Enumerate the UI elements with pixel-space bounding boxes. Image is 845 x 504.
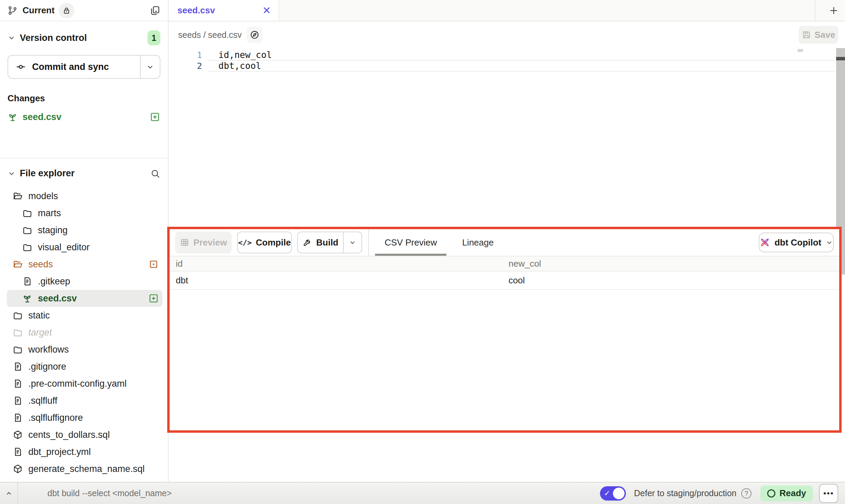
dbt-copilot-button[interactable]: dbt Copilot: [759, 233, 834, 252]
column-header-id: id: [170, 258, 509, 269]
file-type-icon: [22, 276, 33, 287]
tab-seed-csv[interactable]: seed.csv ✕: [169, 0, 279, 21]
version-control-section: Version control 1 Commit and sync Change…: [0, 21, 168, 158]
file-row[interactable]: seeds: [7, 256, 162, 273]
save-floppy-icon: [802, 30, 811, 40]
ready-circle-icon: [767, 489, 775, 498]
folder-icon: [22, 225, 33, 236]
file-type-icon: [12, 463, 23, 474]
table-grid-icon: [180, 238, 189, 247]
new-tab-button[interactable]: [822, 0, 845, 21]
build-button-label: Build: [316, 237, 339, 248]
file-row[interactable]: static: [7, 307, 162, 324]
commit-options-caret[interactable]: [140, 56, 160, 78]
toggle-knob: [613, 488, 625, 499]
file-row[interactable]: cents_to_dollars.sql: [7, 426, 162, 443]
build-options-caret[interactable]: [343, 232, 361, 253]
file-type-icon: [12, 191, 23, 202]
file-name: visual_editor: [38, 242, 90, 253]
editor-scrollbar-thumb[interactable]: [836, 57, 845, 60]
tab-label: seed.csv: [177, 5, 215, 16]
file-icon: [12, 361, 23, 372]
more-options-button[interactable]: •••: [819, 484, 838, 503]
file-name: .gitkeep: [38, 276, 70, 287]
table-row[interactable]: dbt cool: [170, 271, 839, 290]
file-row[interactable]: .pre-commit-config.yaml: [7, 375, 162, 392]
file-type-icon: [12, 429, 23, 440]
search-icon[interactable]: [150, 168, 160, 179]
file-name: dbt_project.yml: [28, 447, 91, 457]
collapse-panel-button[interactable]: [0, 483, 18, 504]
file-name: cents_to_dollars.sql: [28, 430, 110, 440]
save-button[interactable]: Save: [799, 26, 838, 44]
file-name: target: [28, 327, 52, 338]
compile-button[interactable]: </> Compile: [237, 232, 292, 253]
preview-button-label: Preview: [194, 237, 227, 248]
duplicate-docs-icon[interactable]: [149, 5, 160, 16]
minimap: [798, 49, 803, 52]
file-row[interactable]: models: [7, 188, 162, 205]
file-icon: [12, 446, 23, 457]
build-button[interactable]: Build: [298, 232, 343, 253]
file-type-icon: [12, 412, 23, 423]
dbt-ide-app: Current Version control 1: [0, 0, 845, 504]
tab-lineage[interactable]: Lineage: [453, 229, 503, 256]
ready-label: Ready: [779, 488, 806, 499]
file-type-icon: [12, 259, 23, 270]
file-name: seeds: [28, 259, 53, 270]
file-type-icon: [22, 225, 33, 236]
changes-count-badge: 1: [147, 30, 160, 45]
file-name: generate_schema_name.sql: [28, 464, 145, 474]
commit-and-sync-button[interactable]: Commit and sync: [8, 56, 140, 78]
help-icon[interactable]: ?: [741, 488, 751, 499]
file-row[interactable]: .gitkeep: [7, 273, 162, 290]
toolbar-separator: [368, 229, 369, 256]
wrench-icon: [303, 238, 312, 247]
results-toolbar: Preview </> Compile Build: [170, 229, 839, 256]
file-name: marts: [38, 208, 61, 219]
file-row[interactable]: staging: [7, 222, 162, 239]
defer-toggle[interactable]: ✓: [600, 486, 626, 501]
file-row[interactable]: generate_schema_name.sql: [7, 460, 162, 477]
line-number: 2: [169, 61, 204, 71]
file-row[interactable]: .gitignore: [7, 358, 162, 375]
line-text: dbt,cool: [218, 61, 261, 71]
breadcrumb: seeds / seed.csv: [178, 30, 242, 40]
check-icon: ✓: [604, 489, 610, 498]
folder-icon: [12, 310, 23, 321]
table-header-row: id new_col: [170, 256, 839, 271]
file-explorer-header[interactable]: File explorer: [0, 159, 168, 179]
folder-open-icon: [12, 191, 23, 202]
file-row[interactable]: .sqlfluff: [7, 392, 162, 409]
file-row[interactable]: target: [7, 324, 162, 341]
file-name: staging: [38, 225, 68, 236]
chevron-down-icon: [8, 169, 16, 178]
file-row[interactable]: visual_editor: [7, 239, 162, 256]
status-badge[interactable]: Ready: [760, 486, 813, 501]
code-icon: </>: [238, 238, 252, 247]
changed-file-row[interactable]: seed.csv: [8, 109, 160, 125]
added-file-plus-icon: [149, 112, 160, 122]
file-row[interactable]: marts: [7, 205, 162, 222]
command-input[interactable]: dbt build --select <model_name>: [47, 488, 172, 498]
file-row[interactable]: dbt_project.yml: [7, 443, 162, 460]
breadcrumb-row: seeds / seed.csv Save: [169, 21, 845, 48]
file-row[interactable]: seed.csv: [7, 290, 162, 307]
results-panel annotation-highlight: Preview </> Compile Build: [167, 227, 842, 433]
file-name: .pre-commit-config.yaml: [28, 379, 127, 389]
preview-button[interactable]: Preview: [175, 232, 232, 253]
file-type-icon: [22, 293, 33, 304]
branch-bar: Current: [0, 0, 168, 21]
version-control-header[interactable]: Version control 1: [8, 30, 160, 45]
branch-lock-badge: [59, 3, 74, 18]
tab-csv-preview[interactable]: CSV Preview: [375, 229, 446, 256]
build-split-button: Build: [297, 232, 362, 253]
file-row[interactable]: workflows: [7, 341, 162, 358]
main-area: seed.csv ✕ seeds / seed.csv Save: [169, 0, 845, 482]
seed-sprout-icon: [8, 112, 18, 122]
file-icon: [22, 276, 33, 287]
file-type-icon: [12, 310, 23, 321]
file-row[interactable]: .sqlfluffignore: [7, 409, 162, 426]
tab-close-icon[interactable]: ✕: [262, 5, 271, 16]
explore-chip[interactable]: [246, 27, 263, 43]
